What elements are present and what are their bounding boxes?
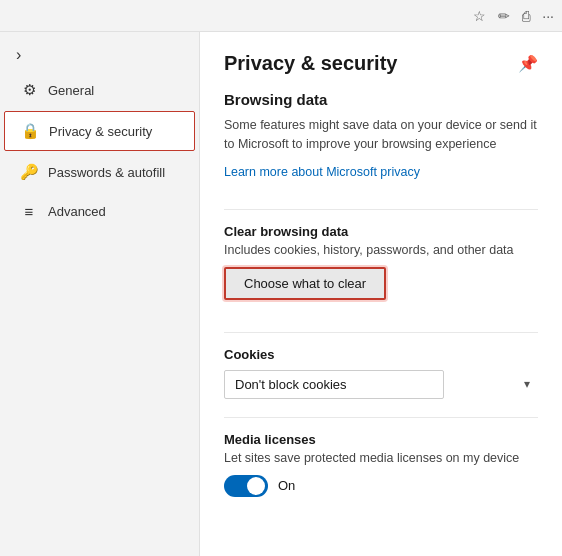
toggle-row: On	[224, 475, 538, 497]
divider-2	[224, 332, 538, 333]
content-area: Privacy & security 📌 Browsing data Some …	[200, 32, 562, 556]
clear-browsing-description: Includes cookies, history, passwords, an…	[224, 243, 538, 257]
titlebar-icons: ☆ ✏ ⎙ ···	[473, 8, 554, 24]
clear-browsing-title: Clear browsing data	[224, 224, 538, 239]
main-layout: › ⚙ General 🔒 Privacy & security 🔑 Passw…	[0, 32, 562, 556]
media-licenses-description: Let sites save protected media licenses …	[224, 451, 538, 465]
edit-icon[interactable]: ✏	[498, 8, 510, 24]
media-licenses-title: Media licenses	[224, 432, 538, 447]
sidebar-item-general[interactable]: ⚙ General	[4, 71, 195, 109]
general-icon: ⚙	[20, 81, 38, 99]
titlebar: ☆ ✏ ⎙ ···	[0, 0, 562, 32]
browsing-data-description: Some features might save data on your de…	[224, 116, 538, 154]
divider-1	[224, 209, 538, 210]
sidebar-item-advanced-label: Advanced	[48, 204, 106, 219]
sidebar-item-passwords-autofill[interactable]: 🔑 Passwords & autofill	[4, 153, 195, 191]
toggle-knob	[247, 477, 265, 495]
content-header: Privacy & security 📌	[224, 52, 538, 75]
cookies-select-wrapper: Don't block cookies Block third-party co…	[224, 370, 538, 399]
toggle-label: On	[278, 478, 295, 493]
star-icon[interactable]: ☆	[473, 8, 486, 24]
browsing-data-title: Browsing data	[224, 91, 538, 108]
select-arrow-icon: ▾	[524, 377, 530, 391]
privacy-icon: 🔒	[21, 122, 39, 140]
sidebar: › ⚙ General 🔒 Privacy & security 🔑 Passw…	[0, 32, 200, 556]
pin-icon[interactable]: 📌	[518, 54, 538, 73]
back-arrow-icon: ›	[16, 46, 21, 64]
sidebar-item-passwords-label: Passwords & autofill	[48, 165, 165, 180]
choose-what-to-clear-button[interactable]: Choose what to clear	[224, 267, 386, 300]
sidebar-back-button[interactable]: ›	[0, 40, 199, 70]
sidebar-item-advanced[interactable]: ≡ Advanced	[4, 193, 195, 230]
sidebar-item-privacy-security[interactable]: 🔒 Privacy & security	[4, 111, 195, 151]
advanced-icon: ≡	[20, 203, 38, 220]
more-icon[interactable]: ···	[542, 8, 554, 24]
page-title: Privacy & security	[224, 52, 397, 75]
sidebar-item-general-label: General	[48, 83, 94, 98]
learn-more-link[interactable]: Learn more about Microsoft privacy	[224, 165, 420, 179]
divider-3	[224, 417, 538, 418]
sidebar-item-privacy-label: Privacy & security	[49, 124, 152, 139]
share-icon[interactable]: ⎙	[522, 8, 530, 24]
cookies-title: Cookies	[224, 347, 538, 362]
media-licenses-toggle[interactable]	[224, 475, 268, 497]
cookies-select[interactable]: Don't block cookies Block third-party co…	[224, 370, 444, 399]
passwords-icon: 🔑	[20, 163, 38, 181]
